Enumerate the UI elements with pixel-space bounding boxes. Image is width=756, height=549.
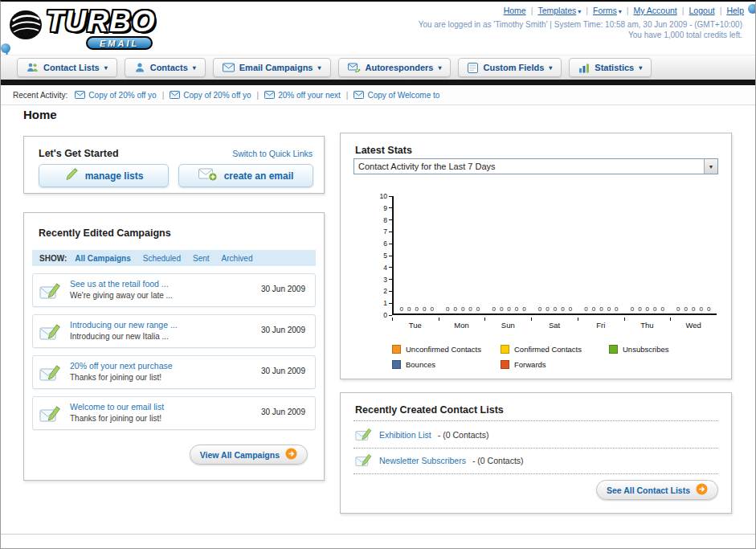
separator: |: [346, 91, 349, 100]
recent-activity-link[interactable]: Copy of Welcome to: [367, 91, 439, 100]
legend-label: Confirmed Contacts: [514, 345, 582, 354]
value-label: 0: [692, 305, 695, 313]
chart-value-labels: 00000: [532, 305, 578, 313]
nav-divider: [1, 80, 755, 85]
value-label: 0: [615, 305, 618, 313]
legend-item-unsubscribes: Unsubscribes: [609, 345, 717, 354]
value-label: 0: [515, 305, 518, 313]
credits-info: You have 1,000 total credits left.: [628, 31, 742, 39]
recent-activity-link[interactable]: Copy of 20% off yo: [88, 91, 156, 100]
autoresponders-icon: [348, 63, 361, 73]
panel-title: Latest Stats: [355, 145, 412, 156]
recent-activity-item[interactable]: Copy of 20% off yo: [75, 91, 156, 100]
link-separator: |: [627, 6, 629, 15]
value-label: 0: [400, 305, 403, 313]
nav-tab-autoresponders[interactable]: Autoresponders▾: [338, 58, 452, 77]
contact-list-item: Exhibition List- (0 Contacts): [355, 425, 488, 445]
x-axis-label: Wed: [670, 318, 717, 330]
envelope-plus-icon: [198, 167, 218, 184]
value-label: 0: [631, 305, 634, 313]
nav-tab-email-campaigns[interactable]: Email Campaigns▾: [213, 58, 331, 77]
recent-activity-item[interactable]: 20% off your next: [264, 91, 341, 100]
top-link-help[interactable]: Help: [726, 6, 744, 15]
activity-period-dropdown[interactable]: Contact Activity for the Last 7 Days ▼: [353, 158, 718, 174]
arrow-circle-icon: [285, 448, 297, 461]
campaign-row: 20% off your next purchaseThanks for joi…: [32, 355, 316, 389]
caret-down-icon: ▾: [578, 8, 581, 15]
value-label: 0: [653, 305, 656, 313]
campaign-tab-all-campaigns[interactable]: All Campaigns: [75, 254, 130, 263]
y-axis-label: 2: [383, 287, 392, 295]
recent-activity-item[interactable]: Copy of 20% off yo: [170, 91, 251, 100]
separator: |: [162, 91, 165, 100]
caret-down-icon: ▾: [193, 64, 196, 72]
custom-fields-icon: [468, 63, 478, 73]
nav-tab-statistics[interactable]: Statistics▾: [569, 58, 652, 77]
statistics-icon: [578, 63, 590, 73]
footer-divider: [1, 534, 755, 535]
switch-to-quick-links[interactable]: Switch to Quick Links: [232, 149, 313, 158]
value-label: 0: [707, 305, 710, 313]
recent-activity-link[interactable]: Copy of 20% off yo: [183, 91, 251, 100]
campaign-tab-archived[interactable]: Archived: [222, 254, 253, 263]
value-label: 0: [492, 305, 495, 313]
x-axis-label: Tue: [392, 318, 439, 330]
value-label: 0: [507, 305, 510, 313]
y-axis-label: 0: [383, 311, 392, 319]
manage-lists-button[interactable]: manage lists: [39, 164, 169, 187]
contact-list-link[interactable]: Exhibition List: [379, 430, 431, 440]
campaign-tab-scheduled[interactable]: Scheduled: [143, 254, 181, 263]
y-axis-label: 9: [383, 204, 392, 212]
campaign-list: See us at the retail food ...We're givin…: [32, 273, 316, 437]
top-link-my-account[interactable]: My Account: [634, 6, 677, 15]
value-label: 0: [638, 305, 641, 313]
legend-swatch: [501, 345, 509, 354]
chart-legend: Unconfirmed ContactsConfirmed ContactsUn…: [392, 345, 721, 369]
panel-title: Let's Get Started: [39, 148, 119, 159]
nav-tab-label: Custom Fields: [483, 63, 544, 72]
legend-label: Bounces: [406, 360, 435, 369]
y-axis-label: 7: [383, 227, 392, 236]
y-axis-label: 8: [383, 216, 392, 224]
nav-tab-contacts[interactable]: Contacts▾: [125, 58, 206, 77]
chart-value-labels: 00000: [671, 305, 717, 313]
caret-down-icon: ▾: [317, 64, 321, 72]
see-all-contact-lists-button[interactable]: See All Contact Lists: [596, 480, 718, 500]
top-link-home[interactable]: Home: [504, 6, 526, 15]
x-axis-label: Mon: [439, 318, 485, 330]
get-started-panel: Let's Get Started Switch to Quick Links …: [23, 136, 325, 194]
value-label: 0: [699, 305, 702, 313]
top-links: Home|Templates▾|Forms▾|My Account|Logout…: [504, 6, 744, 15]
top-link-templates[interactable]: Templates▾: [537, 6, 581, 15]
recent-activity-item[interactable]: Copy of Welcome to: [353, 91, 439, 100]
value-label: 0: [569, 305, 572, 313]
logo-text: TURBO: [46, 5, 156, 39]
chart-value-labels: 00000: [439, 305, 485, 313]
contact-list-link[interactable]: Newsletter Subscribers: [379, 456, 466, 465]
chart-value-labels: 00000: [394, 305, 439, 313]
nav-tab-custom-fields[interactable]: Custom Fields▾: [458, 58, 562, 77]
create-email-button[interactable]: create an email: [178, 164, 313, 187]
legend-swatch: [501, 360, 509, 369]
top-link-forms[interactable]: Forms▾: [593, 6, 622, 15]
recent-activity-items: Copy of 20% off yo|Copy of 20% off yo|20…: [75, 91, 439, 100]
campaign-date: 30 Jun 2009: [261, 408, 305, 416]
page-title: Home: [23, 108, 57, 121]
legend-item-forwards: Forwards: [501, 360, 609, 369]
pencil-envelope-icon: [39, 281, 62, 304]
caret-down-icon: ▾: [619, 8, 622, 15]
panel-title: Recently Created Contact Lists: [355, 404, 504, 416]
legend-swatch: [392, 345, 401, 354]
contact-list-item: Newsletter Subscribers- (0 Contacts): [355, 451, 524, 470]
value-label: 0: [554, 305, 557, 313]
nav-tab-contact-lists[interactable]: Contact Lists▾: [17, 58, 117, 77]
y-axis-value: 5: [383, 252, 387, 260]
value-label: 0: [592, 305, 595, 313]
top-link-logout[interactable]: Logout: [689, 6, 715, 15]
email-campaigns-icon: [223, 63, 235, 72]
value-label: 0: [453, 305, 456, 313]
campaign-tab-sent[interactable]: Sent: [193, 254, 210, 263]
recent-activity-link[interactable]: 20% off your next: [278, 91, 341, 100]
view-all-campaigns-button[interactable]: View All Campaigns: [190, 445, 308, 465]
value-label: 0: [599, 305, 603, 313]
